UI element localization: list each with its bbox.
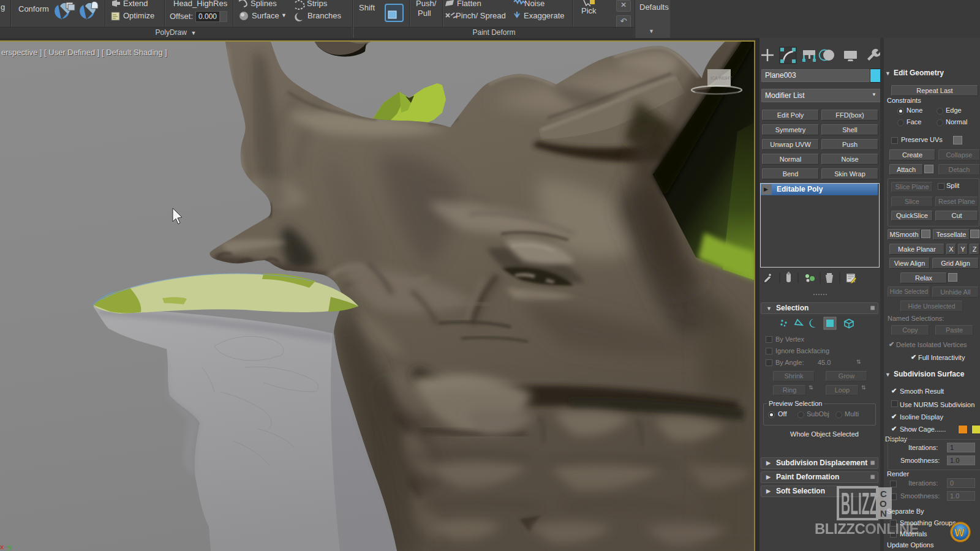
svg-text:ICA RIGHT: ICA RIGHT	[710, 76, 733, 80]
svg-text:y: y	[8, 543, 12, 550]
svg-text:N: N	[880, 508, 887, 519]
svg-text:BLIZZCONLINE: BLIZZCONLINE	[815, 520, 919, 537]
svg-text:erspective ] [ User Defined ]: erspective ] [ User Defined ] [ Default …	[1, 48, 167, 57]
svg-text:W: W	[955, 527, 965, 539]
svg-text:O: O	[880, 498, 887, 509]
svg-text:C: C	[880, 489, 887, 499]
svg-text:BLIZZ: BLIZZ	[841, 486, 877, 520]
